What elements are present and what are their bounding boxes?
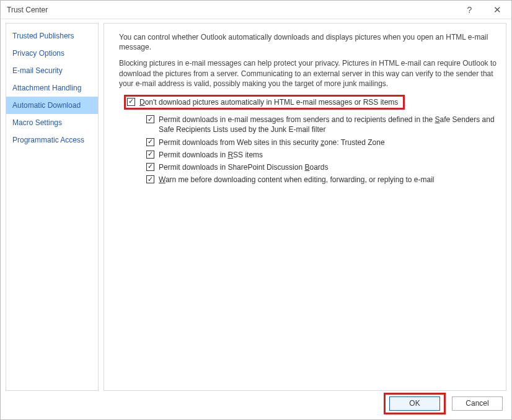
option-trusted-zone: Permit downloads from Web sites in this … [119, 136, 497, 149]
checkbox-sharepoint[interactable] [146, 163, 154, 171]
label-sharepoint: Permit downloads in SharePoint Discussio… [159, 162, 497, 172]
sidebar-item-automatic-download[interactable]: Automatic Download [6, 97, 98, 114]
titlebar: Trust Center ? ✕ [1, 1, 511, 19]
sidebar-item-macro-settings[interactable]: Macro Settings [6, 114, 98, 131]
checkbox-rss[interactable] [146, 151, 154, 159]
sidebar-item-trusted-publishers[interactable]: Trusted Publishers [6, 27, 98, 45]
window-title: Trust Center [7, 6, 456, 14]
sidebar-item-privacy-options[interactable]: Privacy Options [6, 45, 98, 62]
dialog-body: Trusted Publishers Privacy Options E-mai… [1, 19, 511, 391]
sidebar-item-programmatic-access[interactable]: Programmatic Access [6, 131, 98, 149]
close-button[interactable]: ✕ [483, 1, 511, 19]
intro-paragraph-1: You can control whether Outlook automati… [119, 32, 497, 52]
checkbox-warn[interactable] [146, 175, 154, 183]
checkbox-safe-senders[interactable] [146, 115, 154, 123]
option-rss: Permit downloads in RSS items [119, 149, 497, 161]
label-trusted-zone: Permit downloads from Web sites in this … [159, 138, 497, 147]
option-sharepoint: Permit downloads in SharePoint Discussio… [119, 161, 497, 173]
checkbox-trusted-zone[interactable] [146, 138, 154, 146]
checkbox-dont-download[interactable] [127, 98, 135, 106]
intro-paragraph-2: Blocking pictures in e-mail messages can… [119, 58, 497, 89]
cancel-button[interactable]: Cancel [452, 396, 503, 411]
footer: OK Cancel [1, 391, 511, 416]
sidebar-item-email-security[interactable]: E-mail Security [6, 62, 98, 79]
highlight-main-option: Don't download pictures automatically in… [124, 95, 405, 110]
ok-button[interactable]: OK [389, 396, 440, 411]
content-panel: You can control whether Outlook automati… [104, 23, 506, 391]
option-safe-senders: Permit downloads in e-mail messages from… [119, 113, 497, 136]
sidebar-item-attachment-handling[interactable]: Attachment Handling [6, 79, 98, 97]
label-dont-download: Don't download pictures automatically in… [139, 97, 398, 107]
options-group: Don't download pictures automatically in… [119, 95, 497, 186]
highlight-ok: OK [384, 393, 446, 414]
label-warn: Warn me before downloading content when … [159, 175, 497, 185]
option-warn: Warn me before downloading content when … [119, 173, 497, 186]
label-rss: Permit downloads in RSS items [159, 150, 497, 160]
sidebar: Trusted Publishers Privacy Options E-mai… [6, 23, 99, 391]
help-button[interactable]: ? [456, 1, 483, 19]
label-safe-senders: Permit downloads in e-mail messages from… [159, 115, 497, 134]
